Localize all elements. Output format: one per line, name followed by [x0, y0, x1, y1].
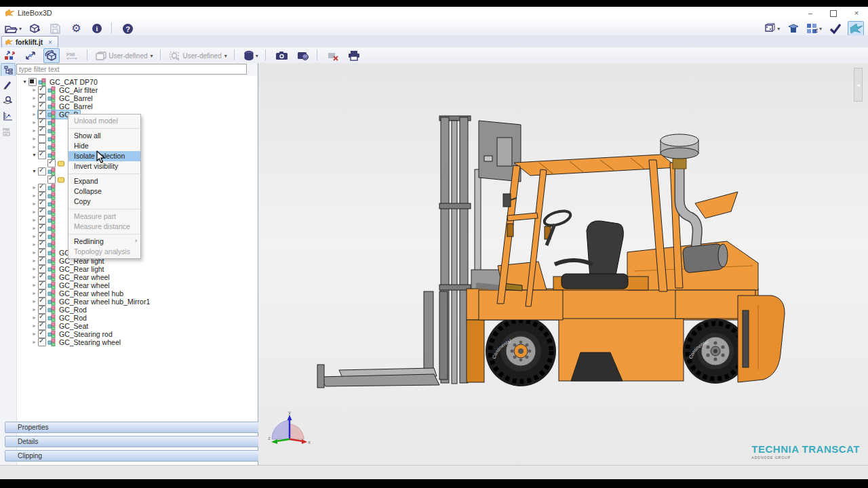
tree-row[interactable]: ▸✓	[31, 127, 258, 135]
tree-row[interactable]: ▸✓	[31, 192, 258, 200]
tree-node-label[interactable]: GC_Stearing wheel	[58, 338, 122, 346]
menu-item-copy[interactable]: Copy	[68, 197, 140, 207]
tab-close-icon[interactable]: ×	[46, 38, 54, 47]
tree-node-label[interactable]: GC_Seat	[58, 322, 90, 330]
delete-view-button[interactable]	[326, 48, 342, 63]
tree-row[interactable]: ▸✓	[31, 224, 258, 232]
tree-row[interactable]: ▾✓	[31, 167, 258, 176]
tree-node-label[interactable]: GC_Rear wheel hub	[58, 289, 125, 298]
expand-chevron-icon[interactable]: ▸	[31, 119, 38, 127]
screenshot-button[interactable]	[274, 48, 290, 63]
expand-chevron-icon[interactable]: ▸	[31, 314, 38, 322]
tree-row[interactable]: ▸✓	[31, 200, 258, 208]
expand-chevron-icon[interactable]: ▸	[31, 200, 38, 208]
visibility-checkbox[interactable]: ✓	[38, 151, 46, 159]
tree-row[interactable]: ▸	[31, 135, 258, 143]
tree-row[interactable]: ▸✓GC_Rear light	[31, 257, 258, 265]
tree-row[interactable]: ▸✓GC_Seat	[31, 322, 258, 330]
zoom-extents-button[interactable]	[22, 48, 39, 63]
tree-row[interactable]: ▸✓GC_Rear wheel hub_Mirror1	[31, 298, 258, 306]
render-dropdown-caret[interactable]: ▾	[256, 53, 258, 59]
orbit-mode-button[interactable]	[43, 48, 60, 63]
tree-row[interactable]: ▸✓GC_Rear light	[31, 265, 258, 273]
expand-chevron-icon[interactable]: ▸	[31, 338, 38, 346]
close-button[interactable]: ×	[845, 7, 868, 20]
tree-filter-input[interactable]	[16, 64, 247, 75]
measure-tool-button[interactable]	[1, 109, 14, 123]
tree-row[interactable]: ▸✓	[31, 216, 258, 224]
visibility-checkbox[interactable]: ✓	[47, 159, 56, 167]
tree-node-label[interactable]: GC_Rear wheel	[58, 281, 111, 289]
expand-chevron-icon[interactable]: ▸	[31, 249, 38, 257]
tree-row[interactable]: ▸✓GC_Barrel	[31, 102, 258, 110]
settings-button[interactable]: ⚙	[68, 21, 84, 36]
tree-row[interactable]: ▾✓	[31, 151, 258, 159]
expand-chevron-icon[interactable]: ▸	[31, 322, 38, 330]
collapse-chevron-icon[interactable]: ▾	[31, 151, 38, 159]
expand-chevron-icon[interactable]: ▸	[31, 306, 38, 314]
validation-check-button[interactable]	[827, 21, 844, 36]
measurement-dropdown-caret[interactable]: ▾	[777, 26, 780, 32]
menu-item-collapse[interactable]: Collapse	[68, 186, 140, 197]
forklift-model[interactable]: Continental Continental	[258, 63, 868, 465]
analysis-tool-button[interactable]	[1, 94, 14, 107]
tree-row[interactable]: ▸✓GC_Mast US	[31, 249, 258, 257]
render-style-button[interactable]: ▾	[243, 48, 259, 63]
tree-node-label[interactable]: GC_Rod	[58, 314, 88, 322]
expand-chevron-icon[interactable]: ▸	[31, 94, 38, 102]
visibility-checkbox[interactable]: ✓	[38, 338, 46, 346]
filter-set-button[interactable]: User-defined ▾	[168, 48, 227, 63]
tree-row[interactable]: ▸✓GC_Air filter	[31, 86, 258, 94]
expand-chevron-icon[interactable]: ▸	[31, 216, 38, 224]
tree-node-label[interactable]: GC_Rear wheel hub_Mirror1	[58, 298, 151, 306]
expand-chevron-icon[interactable]: ▸	[31, 298, 38, 306]
expand-chevron-icon[interactable]: ▸	[31, 127, 38, 135]
menu-item-expand[interactable]: Expand	[68, 176, 140, 186]
collapse-chevron-icon[interactable]: ▾	[21, 78, 28, 86]
expand-chevron-icon[interactable]: ▸	[31, 184, 38, 192]
details-panel-header[interactable]: Details	[5, 436, 267, 447]
expand-chevron-icon[interactable]: ▸	[31, 208, 38, 216]
viewport-3d[interactable]: Continental Continental	[258, 63, 868, 465]
tree-node-label[interactable]: GC_Rear light	[58, 265, 106, 273]
expand-chevron-icon[interactable]: ▸	[31, 257, 38, 265]
transcat-bird-button[interactable]	[848, 21, 864, 36]
expand-chevron-icon[interactable]: ▸	[31, 102, 38, 110]
viewport-layout-button[interactable]: ⚙ ▾	[806, 21, 823, 36]
snapshot-3d-button[interactable]	[294, 48, 311, 63]
expand-chevron-icon[interactable]: ▸	[31, 330, 38, 338]
expand-chevron-icon[interactable]: ▸	[31, 241, 38, 249]
tree-row[interactable]: ▸✓GC_Rear wheel	[31, 273, 258, 281]
expand-chevron-icon[interactable]: ▸	[31, 143, 38, 151]
expand-chevron-icon[interactable]: ▸	[31, 265, 38, 273]
tree-node-label[interactable]: GC_Barrel	[58, 102, 94, 110]
tree-node-label[interactable]: GC_Rear wheel	[58, 273, 111, 281]
properties-panel-header[interactable]: Properties	[5, 422, 267, 433]
tree-row[interactable]: ▸✓GC_Rod	[31, 314, 258, 322]
fit-view-button[interactable]	[2, 48, 18, 63]
pmi-toolbar-button[interactable]: PMI	[64, 48, 80, 63]
tree-row[interactable]: ▸✓	[31, 119, 258, 127]
expand-chevron-icon[interactable]: ▸	[31, 289, 38, 298]
tree-row[interactable]: ▸✓GC_Barrel	[31, 94, 258, 102]
maximize-button[interactable]	[822, 7, 845, 20]
tree-row[interactable]: ▸✓GC_Rear wheel hub	[31, 289, 258, 298]
expand-chevron-icon[interactable]: ▸	[31, 86, 38, 94]
layers-dropdown-caret[interactable]: ▾	[151, 53, 153, 59]
pmi-tool-button[interactable]: PMI	[1, 125, 14, 138]
visibility-checkbox[interactable]: ✓	[38, 127, 46, 135]
clipping-panel-header[interactable]: Clipping	[5, 450, 267, 462]
tree-row[interactable]: ▸✓	[31, 241, 258, 249]
filter-dropdown-caret[interactable]: ▾	[224, 53, 227, 59]
tree-row[interactable]: ▸✓GC_Stearing wheel	[31, 338, 258, 346]
help-button[interactable]: ?	[120, 21, 136, 36]
viewport-dropdown-caret[interactable]: ▾	[819, 26, 822, 32]
expand-chevron-icon[interactable]: ▸	[31, 110, 38, 119]
expand-chevron-icon[interactable]: ▸	[31, 192, 38, 200]
expand-chevron-icon[interactable]: ▸	[31, 281, 38, 289]
redlining-tool-button[interactable]	[1, 78, 14, 92]
visibility-checkbox[interactable]	[28, 78, 37, 86]
panel-collapse-handle[interactable]: ◂	[854, 68, 863, 102]
model-tree-toggle-button[interactable]	[1, 63, 16, 77]
tree-row[interactable]: ▸✓	[31, 208, 258, 216]
